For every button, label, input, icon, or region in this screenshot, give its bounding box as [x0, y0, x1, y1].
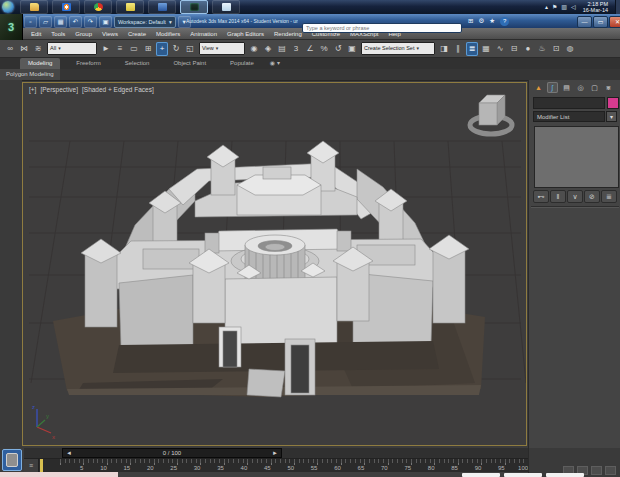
menu-item[interactable]: Edit [26, 28, 46, 40]
viewport-general-menu[interactable]: [+] [29, 86, 36, 93]
new-scene-icon[interactable]: ▫ [24, 16, 37, 28]
coordinate-y-field[interactable] [504, 473, 542, 477]
next-frame-icon[interactable]: ► [272, 450, 278, 456]
menu-item[interactable]: Group [70, 28, 97, 40]
taskbar-app[interactable] [52, 0, 80, 14]
remove-modifier-icon[interactable]: ⊘ [584, 190, 600, 203]
select-and-rotate-icon[interactable]: ↻ [170, 42, 182, 56]
select-and-link-icon[interactable]: ∞ [4, 42, 16, 56]
bind-to-space-warp-icon[interactable]: ≋ [32, 42, 44, 56]
make-unique-icon[interactable]: ∨ [567, 190, 583, 203]
percent-snap-icon[interactable]: % [318, 42, 330, 56]
schematic-view-icon[interactable]: ⊟ [508, 42, 520, 56]
coordinate-z-field[interactable] [546, 473, 584, 477]
menu-item[interactable]: Modifiers [151, 28, 185, 40]
undo-icon[interactable]: ↶ [69, 16, 82, 28]
viewcube[interactable] [464, 89, 518, 137]
orbit-icon[interactable] [591, 466, 602, 475]
ribbon-tab[interactable]: Freeform [68, 58, 108, 69]
track-bar[interactable]: ≡ 51015202530354045505560657075808590951… [24, 459, 528, 473]
configure-modifier-sets-icon[interactable]: ≣ [601, 190, 617, 203]
volume-icon[interactable]: ◁ [571, 4, 576, 10]
named-selection-sets-dropdown[interactable]: Create Selection Set ▾ [361, 42, 435, 55]
select-object-icon[interactable]: ► [100, 42, 112, 56]
modify-tab-icon[interactable]: ∫ [547, 82, 558, 93]
show-desktop-button[interactable] [615, 0, 620, 14]
keyboard-override-icon[interactable]: ▤ [276, 42, 288, 56]
menu-item[interactable]: Animation [185, 28, 222, 40]
taskbar-app[interactable] [116, 0, 144, 14]
minimize-button[interactable]: — [577, 16, 592, 28]
taskbar-app[interactable] [84, 0, 112, 14]
mini-curve-editor-button[interactable]: ≡ [24, 459, 39, 472]
reference-coordinate-system-dropdown[interactable]: View ▾ [199, 42, 245, 55]
maximize-button[interactable]: ▭ [593, 16, 608, 28]
ribbon-config[interactable]: ◉ ▾ [270, 58, 280, 69]
render-setup-icon[interactable]: ♨ [536, 42, 548, 56]
select-and-move-icon[interactable]: + [156, 42, 168, 56]
maximize-viewport-icon[interactable] [605, 466, 616, 475]
maxscript-mini-listener[interactable] [0, 472, 118, 477]
material-editor-icon[interactable]: ● [522, 42, 534, 56]
close-button[interactable]: ✕ [609, 16, 620, 28]
ribbon-tab[interactable]: Modeling [20, 58, 60, 69]
workspace-dropdown[interactable]: Workspace: Default ▾ [114, 16, 176, 28]
start-button[interactable] [2, 1, 14, 13]
curve-editor-icon[interactable]: ∿ [494, 42, 506, 56]
taskbar-app[interactable] [20, 0, 48, 14]
search-input[interactable] [302, 23, 462, 33]
ribbon-tab[interactable]: Populate [222, 58, 262, 69]
unlink-selection-icon[interactable]: ⋈ [18, 42, 30, 56]
menu-item[interactable]: Graph Editors [222, 28, 269, 40]
action-center-flag-icon[interactable]: ⚑ [552, 4, 557, 10]
save-file-icon[interactable]: ▦ [54, 16, 67, 28]
select-and-scale-icon[interactable]: ◱ [184, 42, 196, 56]
time-slider-handle[interactable]: ◄ 0 / 100 ► [62, 448, 282, 458]
time-slider-track[interactable]: ◄ 0 / 100 ► [24, 448, 528, 459]
menu-item[interactable]: Create [123, 28, 151, 40]
display-tab-icon[interactable]: ▢ [589, 82, 600, 93]
ribbon-tab[interactable]: Selection [117, 58, 158, 69]
taskbar-app[interactable] [212, 0, 240, 14]
hierarchy-tab-icon[interactable]: ▤ [561, 82, 572, 93]
motion-tab-icon[interactable]: ◎ [575, 82, 586, 93]
taskbar-app[interactable] [148, 0, 176, 14]
viewport-layout-tab[interactable] [2, 449, 22, 471]
window-crossing-icon[interactable]: ⊞ [142, 42, 154, 56]
mirror-icon[interactable]: ◨ [438, 42, 450, 56]
tray-up-arrow-icon[interactable]: ▴ [545, 4, 548, 10]
use-pivot-center-icon[interactable]: ◉ [248, 42, 260, 56]
ribbon-toggle-icon[interactable]: ▦ [480, 42, 492, 56]
select-and-manipulate-icon[interactable]: ◈ [262, 42, 274, 56]
create-tab-icon[interactable]: ▲ [533, 82, 544, 93]
coordinate-x-field[interactable] [462, 473, 500, 477]
viewport-shading-menu[interactable]: [Shaded + Edged Faces] [82, 86, 154, 93]
sign-in-icon[interactable]: ⊞ [468, 16, 473, 26]
render-icon[interactable]: ◍ [564, 42, 576, 56]
help-icon[interactable]: ? [500, 17, 509, 26]
application-menu-button[interactable]: 3 [0, 14, 23, 40]
project-folder-icon[interactable]: ▣ [99, 16, 112, 28]
previous-frame-icon[interactable]: ◄ [66, 450, 72, 456]
modifier-list-arrow-icon[interactable]: ▾ [606, 111, 617, 122]
modifier-stack[interactable] [534, 126, 619, 188]
spinner-snap-icon[interactable]: ↺ [332, 42, 344, 56]
rectangular-selection-region-icon[interactable]: ▭ [128, 42, 140, 56]
selection-filter-dropdown[interactable]: All ▾ [47, 42, 97, 55]
show-end-result-icon[interactable]: ‖ [550, 190, 566, 203]
modifier-list-dropdown[interactable]: Modifier List [533, 111, 605, 122]
align-icon[interactable]: ∥ [452, 42, 464, 56]
select-by-name-icon[interactable]: ≡ [114, 42, 126, 56]
current-frame-marker[interactable] [40, 459, 43, 472]
favorites-star-icon[interactable]: ★ [489, 16, 495, 26]
menu-item[interactable]: Tools [46, 28, 70, 40]
network-icon[interactable]: ▥ [561, 4, 567, 10]
polygon-modeling-panel-tab[interactable]: Polygon Modeling [0, 69, 60, 80]
communication-center-icon[interactable]: ⚙ [478, 16, 484, 26]
edit-named-sets-icon[interactable]: ▣ [346, 42, 358, 56]
rendered-frame-icon[interactable]: ⊡ [550, 42, 562, 56]
viewport-pov-menu[interactable]: [Perspective] [40, 86, 78, 93]
utilities-tab-icon[interactable]: ⋇ [603, 82, 614, 93]
layer-explorer-icon[interactable]: ≣ [466, 42, 478, 56]
taskbar-app[interactable] [180, 0, 208, 14]
